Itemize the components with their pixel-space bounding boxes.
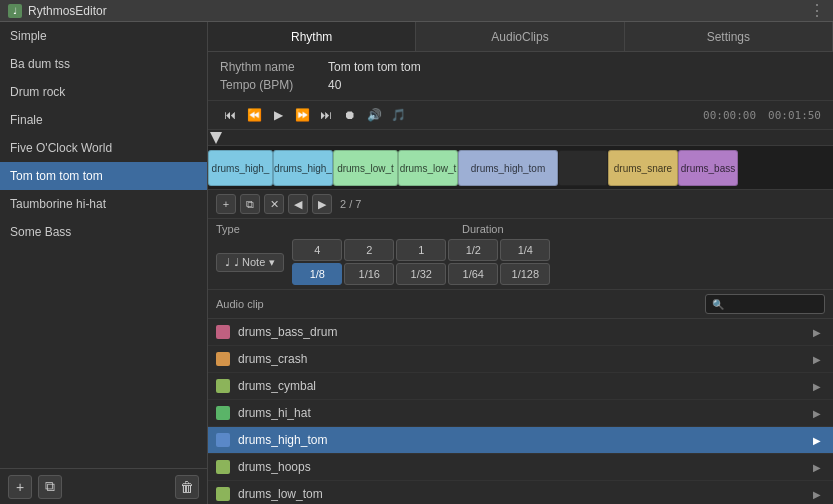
add-rhythm-button[interactable]: + (8, 475, 32, 499)
folder-button[interactable]: ⧉ (38, 475, 62, 499)
app-title: RythmosEditor (28, 4, 107, 18)
tab-rhythm[interactable]: Rhythm (208, 22, 416, 51)
tune-button[interactable]: 🎵 (388, 105, 408, 125)
app-icon: ♩ (8, 4, 22, 18)
playhead-marker[interactable] (210, 132, 222, 144)
sidebar-item-drumrock[interactable]: Drum rock (0, 78, 207, 106)
audio-item-name-cymbal: drums_cymbal (238, 379, 801, 393)
duration-btn-1_2[interactable]: 1/2 (448, 239, 498, 261)
duration-grid: 4211/21/41/81/161/321/641/128 (292, 239, 550, 285)
step-controls: + ⧉ ✕ ◀ ▶ 2 / 7 (208, 190, 833, 219)
delete-rhythm-button[interactable]: 🗑 (175, 475, 199, 499)
duration-btn-1_32[interactable]: 1/32 (396, 263, 446, 285)
record-button[interactable]: ⏺ (340, 105, 360, 125)
main-layout: SimpleBa dum tssDrum rockFinaleFive O'Cl… (0, 22, 833, 504)
audio-item-color-bass_drum (216, 325, 230, 339)
sidebar-item-tomtom[interactable]: Tom tom tom tom (0, 162, 207, 190)
tab-settings[interactable]: Settings (625, 22, 833, 51)
audio-item-name-crash: drums_crash (238, 352, 801, 366)
timeline-clip-c8[interactable]: drums_bass (678, 150, 738, 186)
duration-btn-1_64[interactable]: 1/64 (448, 263, 498, 285)
duration-btn-1_8[interactable]: 1/8 (292, 263, 342, 285)
skip-end-button[interactable]: ⏭ (316, 105, 336, 125)
prev-step-button[interactable]: ◀ (288, 194, 308, 214)
type-row: Type Duration (216, 223, 825, 235)
time-start: 00:00:00 (703, 109, 756, 122)
note-dropdown-icon: ▾ (269, 256, 275, 269)
timeline-clip-c4[interactable]: drums_low_t (398, 150, 458, 186)
skip-start-button[interactable]: ⏮ (220, 105, 240, 125)
step-forward-button[interactable]: ⏩ (292, 105, 312, 125)
timeline-clip-c2[interactable]: drums_high_ (273, 150, 333, 186)
duration-btn-1_16[interactable]: 1/16 (344, 263, 394, 285)
duration-btn-1_4[interactable]: 1/4 (500, 239, 550, 261)
rhythm-tempo-value: 40 (328, 78, 341, 92)
tabs-bar: Rhythm AudioClips Settings (208, 22, 833, 52)
timeline-ruler (208, 130, 833, 146)
audio-item-low_tom[interactable]: drums_low_tom▶ (208, 481, 833, 504)
audio-play-btn-high_tom[interactable]: ▶ (809, 432, 825, 448)
audio-item-name-low_tom: drums_low_tom (238, 487, 801, 501)
duration-btn-2[interactable]: 2 (344, 239, 394, 261)
audio-item-high_tom[interactable]: drums_high_tom▶ (208, 427, 833, 454)
play-button[interactable]: ▶ (268, 105, 288, 125)
duration-section: Type Duration ♩ ♩ Note ▾ 4211/21/41/81/1… (208, 219, 833, 290)
title-bar: ♩ RythmosEditor ⋮ (0, 0, 833, 22)
audio-item-bass_drum[interactable]: drums_bass_drum▶ (208, 319, 833, 346)
duration-btn-1[interactable]: 1 (396, 239, 446, 261)
audio-item-crash[interactable]: drums_crash▶ (208, 346, 833, 373)
audio-item-name-hi_hat: drums_hi_hat (238, 406, 801, 420)
audio-section: Audio clip 🔍 drums_bass_drum▶drums_crash… (208, 290, 833, 504)
sidebar-item-badum[interactable]: Ba dum tss (0, 50, 207, 78)
audio-item-color-hoops (216, 460, 230, 474)
audio-item-color-crash (216, 352, 230, 366)
duration-btn-4[interactable]: 4 (292, 239, 342, 261)
sidebar-item-fiveoclock[interactable]: Five O'Clock World (0, 134, 207, 162)
next-step-button[interactable]: ▶ (312, 194, 332, 214)
delete-step-button[interactable]: ✕ (264, 194, 284, 214)
note-type-button[interactable]: ♩ ♩ Note ▾ (216, 253, 284, 272)
duration-label: Duration (462, 223, 504, 235)
audio-play-btn-hi_hat[interactable]: ▶ (809, 405, 825, 421)
audio-play-btn-low_tom[interactable]: ▶ (809, 486, 825, 502)
add-step-button[interactable]: + (216, 194, 236, 214)
audio-item-name-hoops: drums_hoops (238, 460, 801, 474)
rhythm-name-label: Rhythm name (220, 60, 320, 74)
rhythm-name-value: Tom tom tom tom (328, 60, 421, 74)
timeline: drums_high_drums_high_drums_low_tdrums_l… (208, 130, 833, 190)
sidebar-item-somebass[interactable]: Some Bass (0, 218, 207, 246)
audio-item-color-low_tom (216, 487, 230, 501)
audio-item-hoops[interactable]: drums_hoops▶ (208, 454, 833, 481)
sidebar-item-simple[interactable]: Simple (0, 22, 207, 50)
note-label: ♩ Note (234, 256, 265, 269)
search-box[interactable]: 🔍 (705, 294, 825, 314)
audio-item-hi_hat[interactable]: drums_hi_hat▶ (208, 400, 833, 427)
insert-step-button[interactable]: ⧉ (240, 194, 260, 214)
audio-item-cymbal[interactable]: drums_cymbal▶ (208, 373, 833, 400)
search-icon: 🔍 (712, 299, 724, 310)
duration-btn-1_128[interactable]: 1/128 (500, 263, 550, 285)
title-menu-icon[interactable]: ⋮ (809, 1, 825, 20)
volume-button[interactable]: 🔊 (364, 105, 384, 125)
step-back-button[interactable]: ⏪ (244, 105, 264, 125)
audio-item-color-cymbal (216, 379, 230, 393)
sidebar-item-taumborine[interactable]: Taumborine hi-hat (0, 190, 207, 218)
tab-audioclips[interactable]: AudioClips (416, 22, 624, 51)
timeline-clip-c1[interactable]: drums_high_ (208, 150, 273, 186)
audio-play-btn-bass_drum[interactable]: ▶ (809, 324, 825, 340)
audio-clip-label: Audio clip (216, 298, 264, 310)
title-bar-left: ♩ RythmosEditor (8, 4, 107, 18)
sidebar-item-finale[interactable]: Finale (0, 106, 207, 134)
audio-item-name-high_tom: drums_high_tom (238, 433, 801, 447)
audio-list: drums_bass_drum▶drums_crash▶drums_cymbal… (208, 319, 833, 504)
rhythm-name-row: Rhythm name Tom tom tom tom (220, 60, 821, 74)
audio-play-btn-cymbal[interactable]: ▶ (809, 378, 825, 394)
timeline-clip-c7[interactable]: drums_snare (608, 150, 678, 186)
audio-play-btn-hoops[interactable]: ▶ (809, 459, 825, 475)
timeline-clip-c6[interactable] (558, 150, 608, 186)
sidebar-list: SimpleBa dum tssDrum rockFinaleFive O'Cl… (0, 22, 207, 468)
audio-play-btn-crash[interactable]: ▶ (809, 351, 825, 367)
timeline-clip-c3[interactable]: drums_low_t (333, 150, 398, 186)
timeline-clip-c5[interactable]: drums_high_tom (458, 150, 558, 186)
note-icon: ♩ (225, 256, 230, 269)
